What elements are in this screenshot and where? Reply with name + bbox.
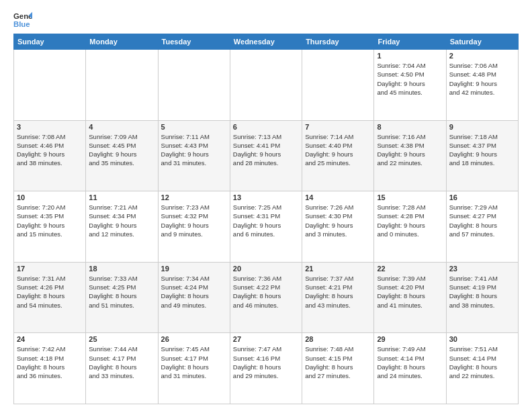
day-info: Sunrise: 7:48 AMSunset: 4:15 PMDaylight:… — [305, 345, 371, 380]
day-number: 19 — [161, 265, 227, 273]
day-number: 25 — [89, 335, 154, 343]
day-number: 14 — [305, 193, 371, 201]
calendar-cell — [86, 50, 158, 121]
svg-text:Blue: Blue — [13, 20, 30, 28]
col-header-saturday: Saturday — [446, 34, 518, 50]
day-info: Sunrise: 7:13 AMSunset: 4:41 PMDaylight:… — [233, 132, 299, 168]
page: General Blue SundayMondayTuesdayWednesda… — [0, 0, 532, 411]
day-info: Sunrise: 7:42 AMSunset: 4:18 PMDaylight:… — [17, 345, 83, 380]
col-header-sunday: Sunday — [14, 34, 86, 50]
calendar-cell: 1Sunrise: 7:04 AMSunset: 4:50 PMDaylight… — [374, 50, 446, 121]
day-info: Sunrise: 7:49 AMSunset: 4:14 PMDaylight:… — [377, 345, 443, 380]
logo: General Blue — [13, 11, 32, 30]
calendar-cell: 13Sunrise: 7:25 AMSunset: 4:31 PMDayligh… — [230, 191, 302, 263]
day-number: 7 — [305, 123, 371, 131]
day-info: Sunrise: 7:14 AMSunset: 4:40 PMDaylight:… — [305, 132, 371, 168]
day-info: Sunrise: 7:16 AMSunset: 4:38 PMDaylight:… — [377, 132, 443, 168]
day-info: Sunrise: 7:25 AMSunset: 4:31 PMDaylight:… — [233, 203, 299, 238]
col-header-friday: Friday — [374, 34, 446, 50]
calendar-cell: 24Sunrise: 7:42 AMSunset: 4:18 PMDayligh… — [14, 333, 86, 404]
calendar-cell: 7Sunrise: 7:14 AMSunset: 4:40 PMDaylight… — [302, 120, 374, 191]
calendar-cell: 6Sunrise: 7:13 AMSunset: 4:41 PMDaylight… — [230, 120, 302, 191]
day-info: Sunrise: 7:20 AMSunset: 4:35 PMDaylight:… — [17, 203, 83, 238]
day-info: Sunrise: 7:29 AMSunset: 4:27 PMDaylight:… — [449, 203, 515, 238]
calendar-cell: 27Sunrise: 7:47 AMSunset: 4:16 PMDayligh… — [230, 333, 302, 404]
calendar-cell: 14Sunrise: 7:26 AMSunset: 4:30 PMDayligh… — [302, 191, 374, 263]
day-number: 3 — [17, 123, 83, 131]
day-info: Sunrise: 7:39 AMSunset: 4:20 PMDaylight:… — [377, 274, 443, 310]
day-info: Sunrise: 7:11 AMSunset: 4:43 PMDaylight:… — [161, 132, 227, 168]
day-number: 6 — [233, 123, 299, 131]
calendar-table: SundayMondayTuesdayWednesdayThursdayFrid… — [13, 34, 519, 404]
day-number: 11 — [89, 193, 154, 201]
day-number: 27 — [233, 335, 299, 343]
day-number: 10 — [17, 193, 83, 201]
col-header-wednesday: Wednesday — [230, 34, 302, 50]
day-number: 21 — [305, 265, 371, 273]
day-number: 12 — [161, 193, 227, 201]
day-info: Sunrise: 7:23 AMSunset: 4:32 PMDaylight:… — [161, 203, 227, 238]
day-number: 4 — [89, 123, 154, 131]
calendar-cell — [14, 50, 86, 121]
calendar-header-row: SundayMondayTuesdayWednesdayThursdayFrid… — [14, 34, 519, 50]
calendar-cell — [230, 50, 302, 121]
day-number: 29 — [377, 335, 443, 343]
day-number: 2 — [449, 52, 515, 60]
day-number: 28 — [305, 335, 371, 343]
calendar-cell: 11Sunrise: 7:21 AMSunset: 4:34 PMDayligh… — [86, 191, 158, 263]
day-number: 22 — [377, 265, 443, 273]
header: General Blue — [13, 11, 519, 30]
calendar-week-2: 3Sunrise: 7:08 AMSunset: 4:46 PMDaylight… — [14, 120, 519, 191]
calendar-cell: 8Sunrise: 7:16 AMSunset: 4:38 PMDaylight… — [374, 120, 446, 191]
calendar-week-1: 1Sunrise: 7:04 AMSunset: 4:50 PMDaylight… — [14, 50, 519, 121]
day-number: 30 — [449, 335, 515, 343]
calendar-cell: 2Sunrise: 7:06 AMSunset: 4:48 PMDaylight… — [446, 50, 518, 121]
day-info: Sunrise: 7:51 AMSunset: 4:14 PMDaylight:… — [449, 345, 515, 380]
calendar-cell: 26Sunrise: 7:45 AMSunset: 4:17 PMDayligh… — [158, 333, 230, 404]
day-info: Sunrise: 7:36 AMSunset: 4:22 PMDaylight:… — [233, 274, 299, 310]
day-info: Sunrise: 7:18 AMSunset: 4:37 PMDaylight:… — [449, 132, 515, 168]
day-info: Sunrise: 7:45 AMSunset: 4:17 PMDaylight:… — [161, 345, 227, 380]
calendar-week-4: 17Sunrise: 7:31 AMSunset: 4:26 PMDayligh… — [14, 262, 519, 333]
calendar-cell: 30Sunrise: 7:51 AMSunset: 4:14 PMDayligh… — [446, 333, 518, 404]
calendar-cell: 22Sunrise: 7:39 AMSunset: 4:20 PMDayligh… — [374, 262, 446, 333]
calendar-cell: 4Sunrise: 7:09 AMSunset: 4:45 PMDaylight… — [86, 120, 158, 191]
day-info: Sunrise: 7:28 AMSunset: 4:28 PMDaylight:… — [377, 203, 443, 238]
day-number: 15 — [377, 193, 443, 201]
day-number: 20 — [233, 265, 299, 273]
day-info: Sunrise: 7:06 AMSunset: 4:48 PMDaylight:… — [449, 61, 515, 97]
day-info: Sunrise: 7:34 AMSunset: 4:24 PMDaylight:… — [161, 274, 227, 310]
calendar-cell: 10Sunrise: 7:20 AMSunset: 4:35 PMDayligh… — [14, 191, 86, 263]
logo-icon: General Blue — [13, 11, 32, 30]
calendar-cell: 28Sunrise: 7:48 AMSunset: 4:15 PMDayligh… — [302, 333, 374, 404]
calendar-cell — [302, 50, 374, 121]
day-info: Sunrise: 7:26 AMSunset: 4:30 PMDaylight:… — [305, 203, 371, 238]
day-info: Sunrise: 7:21 AMSunset: 4:34 PMDaylight:… — [89, 203, 154, 238]
col-header-tuesday: Tuesday — [158, 34, 230, 50]
day-number: 26 — [161, 335, 227, 343]
calendar-cell: 20Sunrise: 7:36 AMSunset: 4:22 PMDayligh… — [230, 262, 302, 333]
day-info: Sunrise: 7:04 AMSunset: 4:50 PMDaylight:… — [377, 61, 443, 97]
day-info: Sunrise: 7:47 AMSunset: 4:16 PMDaylight:… — [233, 345, 299, 380]
day-info: Sunrise: 7:31 AMSunset: 4:26 PMDaylight:… — [17, 274, 83, 310]
day-info: Sunrise: 7:41 AMSunset: 4:19 PMDaylight:… — [449, 274, 515, 310]
calendar-cell: 29Sunrise: 7:49 AMSunset: 4:14 PMDayligh… — [374, 333, 446, 404]
col-header-thursday: Thursday — [302, 34, 374, 50]
calendar-cell: 16Sunrise: 7:29 AMSunset: 4:27 PMDayligh… — [446, 191, 518, 263]
calendar-cell: 5Sunrise: 7:11 AMSunset: 4:43 PMDaylight… — [158, 120, 230, 191]
calendar-cell: 9Sunrise: 7:18 AMSunset: 4:37 PMDaylight… — [446, 120, 518, 191]
day-info: Sunrise: 7:44 AMSunset: 4:17 PMDaylight:… — [89, 345, 154, 380]
calendar-cell: 23Sunrise: 7:41 AMSunset: 4:19 PMDayligh… — [446, 262, 518, 333]
day-number: 1 — [377, 52, 443, 60]
calendar-cell: 17Sunrise: 7:31 AMSunset: 4:26 PMDayligh… — [14, 262, 86, 333]
calendar-cell: 15Sunrise: 7:28 AMSunset: 4:28 PMDayligh… — [374, 191, 446, 263]
col-header-monday: Monday — [86, 34, 158, 50]
day-info: Sunrise: 7:37 AMSunset: 4:21 PMDaylight:… — [305, 274, 371, 310]
day-info: Sunrise: 7:08 AMSunset: 4:46 PMDaylight:… — [17, 132, 83, 168]
day-number: 17 — [17, 265, 83, 273]
calendar-week-5: 24Sunrise: 7:42 AMSunset: 4:18 PMDayligh… — [14, 333, 519, 404]
calendar-cell — [158, 50, 230, 121]
day-number: 9 — [449, 123, 515, 131]
day-number: 24 — [17, 335, 83, 343]
day-number: 16 — [449, 193, 515, 201]
